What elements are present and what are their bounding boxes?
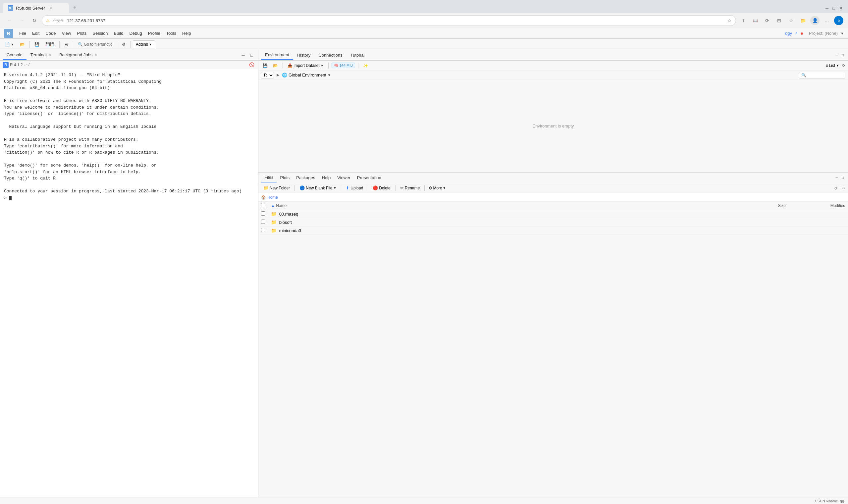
- back-button[interactable]: ←: [4, 15, 15, 26]
- reader-mode-button[interactable]: 📖: [750, 15, 761, 26]
- profile-button[interactable]: 👤: [810, 16, 819, 25]
- new-folder-button[interactable]: 📁 New Folder: [261, 184, 292, 192]
- tab-plots[interactable]: Plots: [277, 173, 293, 182]
- user-link-icon[interactable]: ↗: [795, 31, 798, 35]
- files-refresh-button[interactable]: ⟳: [834, 186, 838, 191]
- tab-close-button[interactable]: ×: [48, 5, 54, 11]
- save-all-button[interactable]: 💾💾: [43, 40, 57, 49]
- save-env-button[interactable]: 💾: [261, 62, 269, 69]
- bookmark-icon[interactable]: ☆: [727, 18, 732, 23]
- terminal-tab-close[interactable]: ×: [49, 53, 51, 57]
- r-engine-selector[interactable]: R: [261, 72, 274, 78]
- menu-item-profile[interactable]: Profile: [145, 30, 163, 37]
- rename-button[interactable]: ✏ Rename: [398, 184, 422, 192]
- delete-button[interactable]: 🔴 Delete: [370, 184, 393, 192]
- rnaseq-checkbox[interactable]: [261, 211, 271, 217]
- breadcrumb-home[interactable]: Home: [267, 195, 278, 200]
- address-bar[interactable]: ⚠ 不安全 121.37.68.231:8787 ☆: [42, 15, 736, 26]
- open-file-button[interactable]: 📂: [18, 40, 27, 49]
- header-modified[interactable]: Modified: [786, 203, 845, 208]
- files-minimize-button[interactable]: ─: [834, 175, 840, 180]
- tab-terminal[interactable]: Terminal ×: [26, 50, 55, 60]
- tab-console[interactable]: Console: [3, 50, 26, 60]
- reload-button[interactable]: ↻: [29, 15, 40, 26]
- refresh-cache-button[interactable]: ⟳: [762, 15, 773, 26]
- more-button[interactable]: ⚙ More ▼: [427, 185, 447, 191]
- split-screen-button[interactable]: ⊟: [774, 15, 784, 26]
- translate-button[interactable]: T: [738, 15, 749, 26]
- minimize-button[interactable]: ─: [826, 6, 828, 11]
- collections-button[interactable]: 📁: [798, 15, 808, 26]
- biosoft-filename[interactable]: biosoft: [279, 220, 292, 225]
- new-file-button[interactable]: 📄 ▼: [3, 40, 16, 49]
- tab-environment[interactable]: Environment: [261, 50, 293, 60]
- miniconda3-checkbox[interactable]: [261, 228, 271, 233]
- menu-item-session[interactable]: Session: [90, 30, 110, 37]
- menu-item-view[interactable]: View: [59, 30, 73, 37]
- env-refresh-button[interactable]: ⟳: [842, 63, 845, 68]
- toolbar-separator-2: [59, 41, 60, 48]
- close-button[interactable]: ✕: [839, 6, 843, 11]
- env-search-input[interactable]: [799, 72, 845, 78]
- console-minimize-button[interactable]: ─: [240, 52, 247, 59]
- menu-item-debug[interactable]: Debug: [126, 30, 144, 37]
- menu-item-tools[interactable]: Tools: [164, 30, 179, 37]
- import-dataset-button[interactable]: 📥 Import Dataset ▼: [286, 62, 325, 69]
- files-maximize-button[interactable]: □: [840, 175, 845, 180]
- files-ellipsis-button[interactable]: ⋯: [840, 185, 845, 191]
- list-view-button[interactable]: ≡ List ▼: [824, 62, 841, 69]
- rnaseq-filename[interactable]: 00.rnaseq: [279, 212, 298, 217]
- miniconda3-filename[interactable]: miniconda3: [279, 228, 301, 233]
- tab-tutorial[interactable]: Tutorial: [347, 51, 369, 60]
- select-all-checkbox[interactable]: [261, 203, 265, 207]
- console-clear-button[interactable]: 🚫: [248, 61, 255, 69]
- menu-item-code[interactable]: Code: [43, 30, 58, 37]
- menu-item-build[interactable]: Build: [111, 30, 126, 37]
- header-size[interactable]: Size: [753, 203, 786, 208]
- print-button[interactable]: 🖨: [62, 40, 71, 49]
- project-dropdown-icon[interactable]: ▼: [841, 32, 844, 35]
- tab-viewer[interactable]: Viewer: [334, 173, 354, 182]
- save-button[interactable]: 💾: [32, 40, 42, 49]
- file-row-miniconda3[interactable]: 📁 miniconda3: [258, 227, 848, 235]
- biosoft-checkbox[interactable]: [261, 219, 271, 225]
- upload-button[interactable]: ⬆ Upload: [343, 184, 365, 192]
- menu-item-file[interactable]: File: [17, 30, 29, 37]
- edge-copilot-button[interactable]: b: [834, 16, 843, 25]
- tab-files[interactable]: Files: [261, 173, 277, 182]
- env-maximize-button[interactable]: □: [840, 53, 845, 58]
- background-jobs-tab-close[interactable]: ×: [95, 53, 97, 57]
- settings-button[interactable]: …: [822, 15, 832, 26]
- tab-help[interactable]: Help: [318, 173, 334, 182]
- console-maximize-button[interactable]: □: [248, 52, 255, 59]
- global-env-selector[interactable]: 🌐 Global Environment ▼: [282, 73, 331, 77]
- tab-connections[interactable]: Connections: [314, 51, 346, 60]
- tab-presentation[interactable]: Presentation: [354, 173, 385, 182]
- rnaseq-select-checkbox[interactable]: [261, 211, 265, 216]
- wand-button[interactable]: ✨: [361, 62, 370, 69]
- header-name[interactable]: ▲ Name: [271, 203, 753, 208]
- menu-item-plots[interactable]: Plots: [74, 30, 89, 37]
- forward-button[interactable]: →: [17, 15, 27, 26]
- browser-tab-rstudio[interactable]: R RStudio Server ×: [3, 3, 69, 13]
- file-row-biosoft[interactable]: 📁 biosoft: [258, 218, 848, 227]
- new-blank-file-button[interactable]: 🔵 New Blank File ▼: [297, 184, 338, 192]
- file-row-rnaseq[interactable]: 📁 00.rnaseq: [258, 210, 848, 218]
- env-minimize-button[interactable]: ─: [834, 53, 840, 58]
- console-area[interactable]: R version 4.1.2 (2021-11-01) -- "Bird Hi…: [0, 69, 258, 497]
- miniconda3-select-checkbox[interactable]: [261, 228, 265, 232]
- new-tab-button[interactable]: +: [70, 3, 80, 13]
- menu-item-edit[interactable]: Edit: [30, 30, 42, 37]
- biosoft-select-checkbox[interactable]: [261, 219, 265, 224]
- addins-button[interactable]: Addins ▼: [133, 40, 155, 48]
- tab-history[interactable]: History: [293, 51, 314, 60]
- code-tools-button[interactable]: ⚙: [120, 40, 128, 49]
- menu-item-help[interactable]: Help: [179, 30, 194, 37]
- favorites-button[interactable]: ☆: [786, 15, 796, 26]
- go-to-file-button[interactable]: 🔍 Go to file/functic: [75, 40, 114, 49]
- tab-packages[interactable]: Packages: [293, 173, 318, 182]
- browser-actions: T 📖 ⟳ ⊟ ☆ 📁 👤 … b: [738, 15, 844, 26]
- maximize-button[interactable]: □: [832, 6, 835, 11]
- tab-background-jobs[interactable]: Background Jobs ×: [55, 50, 101, 60]
- load-env-button[interactable]: 📂: [271, 62, 280, 69]
